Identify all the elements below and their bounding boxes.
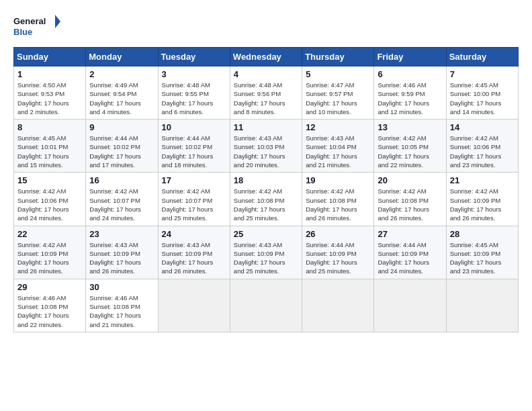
day-cell: 5Sunrise: 4:47 AMSunset: 9:57 PMDaylight… bbox=[302, 66, 374, 120]
weekday-header-wednesday: Wednesday bbox=[230, 48, 302, 66]
day-cell: 2Sunrise: 4:49 AMSunset: 9:54 PMDaylight… bbox=[86, 66, 158, 120]
day-number: 2 bbox=[89, 69, 154, 79]
day-number: 6 bbox=[378, 69, 442, 79]
day-cell: 18Sunrise: 4:42 AMSunset: 10:08 PMDaylig… bbox=[230, 173, 302, 226]
day-cell bbox=[302, 279, 374, 332]
svg-text:Blue: Blue bbox=[13, 27, 32, 37]
day-cell: 28Sunrise: 4:45 AMSunset: 10:09 PMDaylig… bbox=[446, 226, 518, 279]
logo: General Blue bbox=[13, 13, 60, 40]
day-cell: 4Sunrise: 4:48 AMSunset: 9:56 PMDaylight… bbox=[230, 66, 302, 120]
day-info: Sunrise: 4:48 AMSunset: 9:56 PMDaylight:… bbox=[234, 81, 298, 116]
day-number: 27 bbox=[378, 229, 442, 239]
day-cell: 25Sunrise: 4:43 AMSunset: 10:09 PMDaylig… bbox=[230, 226, 302, 279]
day-cell: 27Sunrise: 4:44 AMSunset: 10:09 PMDaylig… bbox=[374, 226, 446, 279]
day-info: Sunrise: 4:44 AMSunset: 10:09 PMDaylight… bbox=[378, 240, 442, 276]
week-row-5: 29Sunrise: 4:46 AMSunset: 10:08 PMDaylig… bbox=[14, 279, 519, 332]
day-number: 3 bbox=[162, 69, 226, 79]
day-info: Sunrise: 4:43 AMSunset: 10:09 PMDaylight… bbox=[162, 240, 226, 276]
day-cell bbox=[374, 279, 446, 332]
day-number: 21 bbox=[450, 175, 515, 185]
day-cell: 21Sunrise: 4:42 AMSunset: 10:09 PMDaylig… bbox=[446, 173, 518, 226]
day-number: 22 bbox=[17, 229, 82, 239]
day-number: 9 bbox=[89, 122, 154, 132]
week-row-4: 22Sunrise: 4:42 AMSunset: 10:09 PMDaylig… bbox=[14, 226, 519, 279]
day-info: Sunrise: 4:46 AMSunset: 10:08 PMDaylight… bbox=[89, 293, 154, 329]
day-cell: 1Sunrise: 4:50 AMSunset: 9:53 PMDaylight… bbox=[14, 66, 86, 120]
week-row-3: 15Sunrise: 4:42 AMSunset: 10:06 PMDaylig… bbox=[14, 173, 519, 226]
day-cell: 26Sunrise: 4:44 AMSunset: 10:09 PMDaylig… bbox=[302, 226, 374, 279]
day-number: 8 bbox=[17, 122, 82, 132]
day-number: 24 bbox=[162, 229, 226, 239]
day-cell: 15Sunrise: 4:42 AMSunset: 10:06 PMDaylig… bbox=[14, 173, 86, 226]
day-cell: 19Sunrise: 4:42 AMSunset: 10:08 PMDaylig… bbox=[302, 173, 374, 226]
weekday-header-tuesday: Tuesday bbox=[158, 48, 230, 66]
week-row-1: 1Sunrise: 4:50 AMSunset: 9:53 PMDaylight… bbox=[14, 66, 519, 120]
day-info: Sunrise: 4:42 AMSunset: 10:07 PMDaylight… bbox=[162, 187, 226, 222]
weekday-header-row: SundayMondayTuesdayWednesdayThursdayFrid… bbox=[14, 48, 519, 66]
day-info: Sunrise: 4:46 AMSunset: 10:08 PMDaylight… bbox=[17, 293, 82, 329]
day-number: 18 bbox=[234, 175, 298, 185]
day-info: Sunrise: 4:42 AMSunset: 10:09 PMDaylight… bbox=[17, 240, 82, 276]
day-info: Sunrise: 4:49 AMSunset: 9:54 PMDaylight:… bbox=[89, 81, 154, 116]
day-cell: 29Sunrise: 4:46 AMSunset: 10:08 PMDaylig… bbox=[14, 279, 86, 332]
day-number: 5 bbox=[306, 69, 370, 79]
day-info: Sunrise: 4:42 AMSunset: 10:06 PMDaylight… bbox=[17, 187, 82, 222]
day-number: 7 bbox=[450, 69, 515, 79]
day-cell: 23Sunrise: 4:43 AMSunset: 10:09 PMDaylig… bbox=[86, 226, 158, 279]
day-cell: 17Sunrise: 4:42 AMSunset: 10:07 PMDaylig… bbox=[158, 173, 230, 226]
day-info: Sunrise: 4:44 AMSunset: 10:02 PMDaylight… bbox=[89, 134, 154, 169]
svg-marker-2 bbox=[55, 15, 60, 28]
day-number: 14 bbox=[450, 122, 515, 132]
day-number: 25 bbox=[234, 229, 298, 239]
day-cell: 30Sunrise: 4:46 AMSunset: 10:08 PMDaylig… bbox=[86, 279, 158, 332]
day-number: 1 bbox=[17, 69, 82, 79]
day-info: Sunrise: 4:43 AMSunset: 10:09 PMDaylight… bbox=[234, 240, 298, 276]
day-info: Sunrise: 4:45 AMSunset: 10:09 PMDaylight… bbox=[450, 240, 515, 276]
day-number: 12 bbox=[306, 122, 370, 132]
day-cell: 14Sunrise: 4:42 AMSunset: 10:06 PMDaylig… bbox=[446, 120, 518, 173]
day-cell: 6Sunrise: 4:46 AMSunset: 9:59 PMDaylight… bbox=[374, 66, 446, 120]
day-info: Sunrise: 4:42 AMSunset: 10:07 PMDaylight… bbox=[89, 187, 154, 222]
day-info: Sunrise: 4:42 AMSunset: 10:09 PMDaylight… bbox=[450, 187, 515, 222]
week-row-2: 8Sunrise: 4:45 AMSunset: 10:01 PMDayligh… bbox=[14, 120, 519, 173]
day-number: 13 bbox=[378, 122, 442, 132]
day-number: 28 bbox=[450, 229, 515, 239]
day-info: Sunrise: 4:43 AMSunset: 10:09 PMDaylight… bbox=[89, 240, 154, 276]
day-info: Sunrise: 4:42 AMSunset: 10:08 PMDaylight… bbox=[378, 187, 442, 222]
day-info: Sunrise: 4:43 AMSunset: 10:03 PMDaylight… bbox=[234, 134, 298, 169]
day-number: 11 bbox=[234, 122, 298, 132]
day-number: 23 bbox=[89, 229, 154, 239]
weekday-header-friday: Friday bbox=[374, 48, 446, 66]
day-number: 17 bbox=[162, 175, 226, 185]
day-info: Sunrise: 4:46 AMSunset: 9:59 PMDaylight:… bbox=[378, 81, 442, 116]
day-number: 10 bbox=[162, 122, 226, 132]
day-number: 20 bbox=[378, 175, 442, 185]
day-number: 16 bbox=[89, 175, 154, 185]
calendar-table: SundayMondayTuesdayWednesdayThursdayFrid… bbox=[13, 47, 519, 332]
day-cell: 12Sunrise: 4:43 AMSunset: 10:04 PMDaylig… bbox=[302, 120, 374, 173]
day-number: 19 bbox=[306, 175, 370, 185]
day-cell bbox=[230, 279, 302, 332]
day-info: Sunrise: 4:48 AMSunset: 9:55 PMDaylight:… bbox=[162, 81, 226, 116]
day-cell bbox=[158, 279, 230, 332]
weekday-header-monday: Monday bbox=[86, 48, 158, 66]
day-cell: 13Sunrise: 4:42 AMSunset: 10:05 PMDaylig… bbox=[374, 120, 446, 173]
day-cell: 11Sunrise: 4:43 AMSunset: 10:03 PMDaylig… bbox=[230, 120, 302, 173]
day-cell bbox=[446, 279, 518, 332]
logo-svg: General Blue bbox=[13, 13, 60, 40]
day-number: 29 bbox=[17, 282, 82, 292]
day-number: 15 bbox=[17, 175, 82, 185]
day-cell: 9Sunrise: 4:44 AMSunset: 10:02 PMDayligh… bbox=[86, 120, 158, 173]
weekday-header-saturday: Saturday bbox=[446, 48, 518, 66]
day-info: Sunrise: 4:45 AMSunset: 10:00 PMDaylight… bbox=[450, 81, 515, 116]
day-info: Sunrise: 4:42 AMSunset: 10:08 PMDaylight… bbox=[306, 187, 370, 222]
page-header: General Blue bbox=[13, 13, 519, 40]
day-cell: 22Sunrise: 4:42 AMSunset: 10:09 PMDaylig… bbox=[14, 226, 86, 279]
day-cell: 24Sunrise: 4:43 AMSunset: 10:09 PMDaylig… bbox=[158, 226, 230, 279]
day-info: Sunrise: 4:43 AMSunset: 10:04 PMDaylight… bbox=[306, 134, 370, 169]
day-number: 30 bbox=[89, 282, 154, 292]
day-info: Sunrise: 4:44 AMSunset: 10:02 PMDaylight… bbox=[162, 134, 226, 169]
weekday-header-sunday: Sunday bbox=[14, 48, 86, 66]
day-info: Sunrise: 4:50 AMSunset: 9:53 PMDaylight:… bbox=[17, 81, 82, 116]
day-info: Sunrise: 4:44 AMSunset: 10:09 PMDaylight… bbox=[306, 240, 370, 276]
